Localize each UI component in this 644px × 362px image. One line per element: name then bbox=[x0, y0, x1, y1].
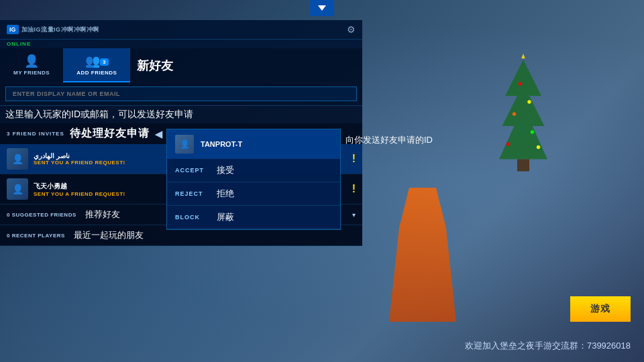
context-menu: 👤 TANPROT-T ACCEPT 接受 REJECT 拒绝 BLOCK 屏蔽 bbox=[166, 129, 341, 230]
svg-point-6 bbox=[506, 142, 510, 145]
block-key: BLOCK bbox=[175, 214, 209, 221]
search-area bbox=[0, 82, 362, 106]
avatar-1: 👤 bbox=[7, 148, 28, 170]
recent-chinese: 最近一起玩的朋友 bbox=[74, 229, 144, 241]
search-input[interactable] bbox=[5, 86, 357, 101]
tab-bar: 👤 MY FRIENDS 👥3 ADD FRIENDS 新好友 bbox=[0, 48, 362, 82]
my-friends-label: MY FRIENDS bbox=[13, 70, 50, 76]
svg-point-4 bbox=[513, 112, 516, 115]
chevron-down-icon bbox=[318, 5, 326, 11]
suggested-chinese: 推荐好友 bbox=[85, 208, 120, 221]
xmas-tree-decoration bbox=[483, 54, 564, 174]
panel-top-bar: IG 加油IG流量IG冲啊冲啊冲啊 ⚙ bbox=[0, 20, 362, 40]
reject-key: REJECT bbox=[175, 190, 209, 197]
top-dropdown-button[interactable] bbox=[310, 0, 334, 16]
svg-marker-8 bbox=[521, 54, 525, 58]
context-player-name: TANPROT-T bbox=[201, 140, 332, 148]
svg-point-5 bbox=[531, 130, 534, 133]
suggested-chevron[interactable]: ▾ bbox=[352, 211, 356, 219]
exclamation-icon-2: ! bbox=[352, 183, 356, 195]
add-friends-icon: 👥3 bbox=[85, 54, 108, 68]
friend-invites-chinese: 待处理好友申请 bbox=[70, 127, 150, 141]
friend-invites-label: 3 FRIEND INVITES bbox=[7, 131, 64, 137]
context-hint: 向你发送好友申请的ID bbox=[345, 134, 480, 146]
play-button-area: 游戏 bbox=[570, 296, 631, 322]
reject-label: 拒绝 bbox=[217, 188, 234, 200]
ig-logo-area: IG 加油IG流量IG冲啊冲啊冲啊 bbox=[7, 25, 99, 34]
new-friend-title: 新好友 bbox=[137, 48, 173, 82]
accept-label: 接受 bbox=[217, 164, 234, 176]
context-accept[interactable]: ACCEPT 接受 bbox=[167, 159, 340, 182]
suggested-label: 0 SUGGESTED FRIENDS bbox=[7, 212, 76, 218]
tab-add-friends[interactable]: 👥3 ADD FRIENDS bbox=[63, 48, 130, 82]
exclamation-icon-1: ! bbox=[352, 153, 356, 165]
svg-point-2 bbox=[519, 82, 522, 85]
context-avatar: 👤 bbox=[175, 135, 194, 154]
friends-icon: 👤 bbox=[24, 54, 39, 68]
context-header: 👤 TANPROT-T bbox=[167, 129, 340, 159]
context-block[interactable]: BLOCK 屏蔽 bbox=[167, 206, 340, 229]
block-label: 屏蔽 bbox=[217, 211, 234, 223]
play-button[interactable]: 游戏 bbox=[570, 296, 631, 322]
avatar-2: 👤 bbox=[7, 178, 28, 200]
search-hint: 这里输入玩家的ID或邮箱，可以发送好友申请 bbox=[0, 106, 362, 123]
accept-key: ACCEPT bbox=[175, 167, 209, 174]
recent-label: 0 RECENT PLAYERS bbox=[7, 233, 65, 239]
collapse-icon[interactable]: ◀ bbox=[155, 129, 163, 139]
svg-marker-0 bbox=[499, 60, 547, 160]
online-status: ONLINE bbox=[0, 40, 362, 48]
svg-rect-1 bbox=[517, 160, 529, 172]
svg-point-3 bbox=[527, 100, 531, 103]
bottom-notice: 欢迎加入堡垒之夜手游交流群：739926018 bbox=[465, 340, 631, 352]
status-text: 加油IG流量IG冲啊冲啊冲啊 bbox=[21, 25, 99, 34]
context-reject[interactable]: REJECT 拒绝 bbox=[167, 182, 340, 206]
gear-icon[interactable]: ⚙ bbox=[347, 24, 356, 35]
ig-badge: IG bbox=[7, 25, 19, 34]
add-friends-label: ADD FRIENDS bbox=[76, 70, 117, 76]
svg-point-7 bbox=[537, 145, 540, 149]
tab-my-friends[interactable]: 👤 MY FRIENDS bbox=[0, 48, 63, 82]
invite-badge: 3 bbox=[100, 58, 108, 66]
